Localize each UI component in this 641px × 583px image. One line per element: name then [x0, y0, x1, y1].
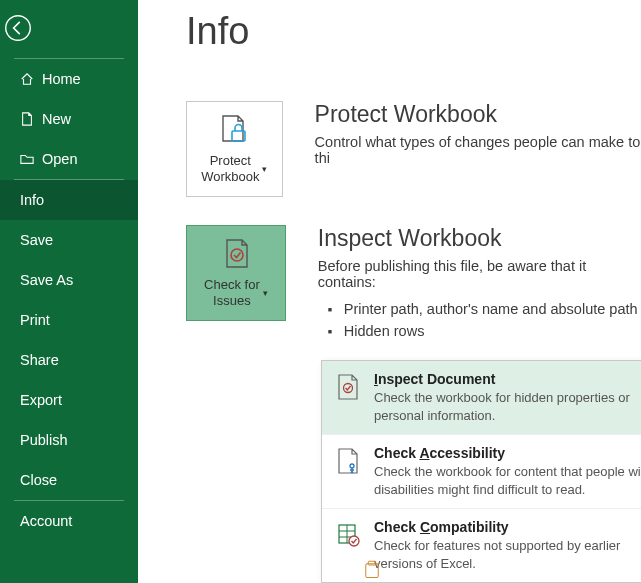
check-for-issues-button[interactable]: Check forIssues ▾	[186, 225, 286, 321]
nav-open[interactable]: Open	[0, 139, 138, 179]
nav-share-label: Share	[20, 352, 59, 368]
new-file-icon	[20, 112, 34, 126]
inspect-bullet: Printer path, author's name and absolute…	[318, 298, 641, 320]
nav-print[interactable]: Print	[0, 300, 138, 340]
nav-new[interactable]: New	[0, 99, 138, 139]
protect-section-text: Protect Workbook Control what types of c…	[315, 101, 641, 166]
protect-workbook-button[interactable]: ProtectWorkbook ▾	[186, 101, 283, 197]
inspect-title: Inspect Workbook	[318, 225, 641, 252]
inspect-bullets: Printer path, author's name and absolute…	[318, 298, 641, 342]
inspect-document-icon	[336, 373, 360, 401]
nav-home-label: Home	[42, 71, 81, 87]
open-folder-icon	[20, 152, 34, 166]
nav-export[interactable]: Export	[0, 380, 138, 420]
inspect-desc: Before publishing this file, be aware th…	[318, 258, 641, 290]
nav-save-label: Save	[20, 232, 53, 248]
inspect-bullet: Hidden rows	[318, 320, 641, 342]
check-document-icon	[219, 237, 253, 271]
nav-info-label: Info	[20, 192, 44, 208]
svg-point-6	[349, 536, 359, 546]
svg-point-0	[6, 16, 31, 41]
nav-save-as-label: Save As	[20, 272, 73, 288]
nav-share[interactable]: Share	[0, 340, 138, 380]
menu-item-desc: Check the workbook for hidden properties…	[374, 389, 641, 424]
nav-account-label: Account	[20, 513, 72, 529]
svg-rect-7	[366, 564, 379, 578]
nav-publish[interactable]: Publish	[0, 420, 138, 460]
menu-check-accessibility[interactable]: Check Accessibility Check the workbook f…	[322, 435, 641, 509]
protect-section: ProtectWorkbook ▾ Protect Workbook Contr…	[186, 101, 641, 197]
accessibility-icon	[336, 447, 360, 475]
inspect-section: Check forIssues ▾ Inspect Workbook Befor…	[186, 225, 641, 342]
manage-workbook-button[interactable]	[321, 560, 423, 583]
menu-inspect-document[interactable]: Inspect Document Check the workbook for …	[322, 361, 641, 435]
nav-publish-label: Publish	[20, 432, 68, 448]
nav-account[interactable]: Account	[0, 501, 138, 541]
back-button[interactable]	[0, 10, 36, 46]
nav-home[interactable]: Home	[0, 59, 138, 99]
back-arrow-icon	[4, 14, 32, 42]
menu-item-desc: Check the workbook for content that peop…	[374, 463, 641, 498]
backstage-sidebar: Home New Open Info Save Save As Print Sh…	[0, 0, 138, 583]
svg-rect-8	[368, 561, 376, 565]
menu-item-title: Check Accessibility	[374, 445, 641, 461]
menu-item-title: Check Compatibility	[374, 519, 641, 535]
inspect-section-text: Inspect Workbook Before publishing this …	[318, 225, 641, 342]
protect-desc: Control what types of changes people can…	[315, 134, 641, 166]
nav-save[interactable]: Save	[0, 220, 138, 260]
page-title: Info	[186, 10, 641, 53]
svg-point-3	[344, 384, 353, 393]
manage-workbook-icon	[356, 560, 388, 580]
nav-save-as[interactable]: Save As	[0, 260, 138, 300]
nav-new-label: New	[42, 111, 71, 127]
nav-close-label: Close	[20, 472, 57, 488]
svg-point-4	[350, 464, 354, 468]
lock-document-icon	[217, 113, 251, 147]
manage-section-partial	[321, 560, 423, 583]
compatibility-icon	[336, 521, 360, 549]
svg-point-2	[231, 249, 243, 261]
menu-item-title: Inspect Document	[374, 371, 641, 387]
nav-info[interactable]: Info	[0, 180, 138, 220]
check-for-issues-menu: Inspect Document Check the workbook for …	[321, 360, 641, 583]
nav-open-label: Open	[42, 151, 77, 167]
main-panel: Info ProtectWorkbook ▾ Protect Workbook …	[138, 0, 641, 583]
chevron-down-icon: ▾	[263, 288, 268, 299]
nav-export-label: Export	[20, 392, 62, 408]
chevron-down-icon: ▾	[262, 164, 267, 175]
nav-close[interactable]: Close	[0, 460, 138, 500]
protect-title: Protect Workbook	[315, 101, 641, 128]
home-icon	[20, 72, 34, 86]
nav-print-label: Print	[20, 312, 50, 328]
